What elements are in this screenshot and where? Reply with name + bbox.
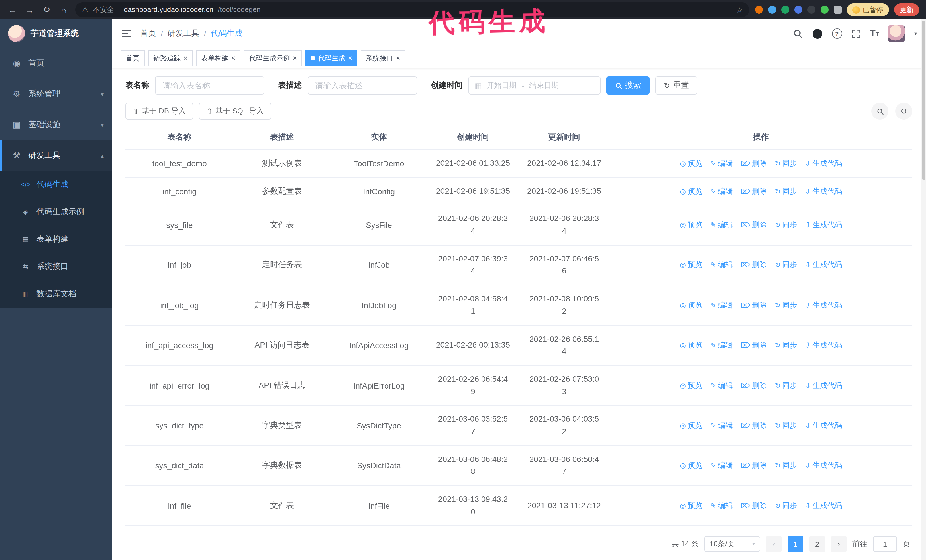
extension-icon[interactable] <box>768 6 776 14</box>
app-logo[interactable]: 芋道管理系统 <box>0 20 112 48</box>
tab-home[interactable]: 首页 <box>121 50 145 66</box>
preview-action[interactable]: ◎预览 <box>680 340 702 350</box>
sync-action[interactable]: ↻同步 <box>775 300 797 311</box>
forward-icon[interactable]: → <box>24 5 35 15</box>
breadcrumb-devtools[interactable]: 研发工具 <box>168 29 200 39</box>
fullscreen-icon[interactable] <box>851 29 861 38</box>
bookmark-star-icon[interactable]: ☆ <box>736 5 743 14</box>
puzzle-icon[interactable] <box>834 6 842 14</box>
browser-home-icon[interactable]: ⌂ <box>58 5 70 15</box>
sidebar-item-system[interactable]: ⚙ 系统管理 ▾ <box>0 78 112 109</box>
table-name-input[interactable] <box>155 76 265 95</box>
edit-action[interactable]: ✎编辑 <box>710 186 732 196</box>
generate-code-action[interactable]: ⇩生成代码 <box>805 340 842 350</box>
page-size-select[interactable]: 10条/页 ▾ <box>704 536 760 552</box>
sync-action[interactable]: ↻同步 <box>775 380 797 391</box>
sidebar-item-devtools[interactable]: ⚒ 研发工具 ▴ <box>0 140 112 171</box>
delete-action[interactable]: ⌦删除 <box>740 186 767 196</box>
preview-action[interactable]: ◎预览 <box>680 300 702 311</box>
generate-code-action[interactable]: ⇩生成代码 <box>805 220 842 230</box>
preview-action[interactable]: ◎预览 <box>680 158 702 169</box>
preview-action[interactable]: ◎预览 <box>680 260 702 270</box>
sidebar-item-system-api[interactable]: ⇆ 系统接口 <box>0 253 112 280</box>
page-goto-input[interactable] <box>873 536 897 552</box>
edit-action[interactable]: ✎编辑 <box>710 220 732 230</box>
address-bar[interactable]: ⚠ 不安全 dashboard.yudao.iocoder.cn/tool/co… <box>75 2 749 17</box>
sidebar-item-form-builder[interactable]: ▤ 表单构建 <box>0 226 112 253</box>
delete-action[interactable]: ⌦删除 <box>740 300 767 311</box>
generate-code-action[interactable]: ⇩生成代码 <box>805 158 842 169</box>
edit-action[interactable]: ✎编辑 <box>710 420 732 431</box>
sidebar-item-infra[interactable]: ▣ 基础设施 ▾ <box>0 109 112 140</box>
preview-action[interactable]: ◎预览 <box>680 420 702 431</box>
sync-action[interactable]: ↻同步 <box>775 260 797 270</box>
search-button[interactable]: 搜索 <box>606 76 650 95</box>
extension-icon[interactable] <box>781 6 789 14</box>
edit-action[interactable]: ✎编辑 <box>710 158 732 169</box>
help-icon[interactable]: ? <box>832 29 842 39</box>
tab-codegen-example[interactable]: 代码生成示例 × <box>244 50 302 66</box>
sidebar-item-codegen[interactable]: </> 代码生成 <box>0 171 112 198</box>
prev-page-button[interactable]: ‹ <box>766 536 782 552</box>
tab-system-api[interactable]: 系统接口 × <box>361 50 405 66</box>
sync-action[interactable]: ↻同步 <box>775 340 797 350</box>
breadcrumb-home[interactable]: 首页 <box>140 29 156 39</box>
back-icon[interactable]: ← <box>7 5 18 15</box>
generate-code-action[interactable]: ⇩生成代码 <box>805 260 842 270</box>
menu-fold-icon[interactable] <box>121 28 132 39</box>
sidebar-item-db-doc[interactable]: ▦ 数据库文档 <box>0 280 112 308</box>
edit-action[interactable]: ✎编辑 <box>710 500 732 511</box>
github-icon[interactable] <box>812 28 823 39</box>
date-range-picker[interactable]: ▦ 开始日期 - 结束日期 <box>468 76 601 95</box>
sidebar-item-codegen-example[interactable]: ◈ 代码生成示例 <box>0 198 112 226</box>
edit-action[interactable]: ✎编辑 <box>710 260 732 270</box>
scrollbar-thumb[interactable] <box>922 21 925 180</box>
edit-action[interactable]: ✎编辑 <box>710 460 732 471</box>
generate-code-action[interactable]: ⇩生成代码 <box>805 186 842 196</box>
refresh-table-button[interactable]: ↻ <box>895 103 912 120</box>
extension-icon[interactable] <box>755 6 763 14</box>
import-db-button[interactable]: ⇧ 基于 DB 导入 <box>126 103 193 120</box>
sidebar-item-home[interactable]: ◉ 首页 <box>0 48 112 78</box>
toggle-search-button[interactable] <box>871 103 888 120</box>
edit-action[interactable]: ✎编辑 <box>710 380 732 391</box>
delete-action[interactable]: ⌦删除 <box>740 340 767 350</box>
generate-code-action[interactable]: ⇩生成代码 <box>805 500 842 511</box>
preview-action[interactable]: ◎预览 <box>680 500 702 511</box>
close-icon[interactable]: × <box>293 55 297 62</box>
user-avatar[interactable] <box>888 25 905 42</box>
preview-action[interactable]: ◎预览 <box>680 460 702 471</box>
delete-action[interactable]: ⌦删除 <box>740 158 767 169</box>
reload-icon[interactable]: ↻ <box>41 5 53 15</box>
preview-action[interactable]: ◎预览 <box>680 220 702 230</box>
sync-action[interactable]: ↻同步 <box>775 500 797 511</box>
close-icon[interactable]: × <box>396 55 400 62</box>
generate-code-action[interactable]: ⇩生成代码 <box>805 300 842 311</box>
search-icon[interactable] <box>792 29 803 39</box>
extension-icon[interactable] <box>808 6 816 14</box>
extension-icon[interactable] <box>794 6 802 14</box>
close-icon[interactable]: × <box>348 55 352 62</box>
tab-trace[interactable]: 链路追踪 × <box>148 50 193 66</box>
tab-codegen[interactable]: 代码生成 × <box>306 50 357 66</box>
font-size-icon[interactable]: TT <box>870 29 879 38</box>
delete-action[interactable]: ⌦删除 <box>740 260 767 270</box>
page-button-2[interactable]: 2 <box>809 536 825 552</box>
sync-action[interactable]: ↻同步 <box>775 220 797 230</box>
delete-action[interactable]: ⌦删除 <box>740 500 767 511</box>
reset-button[interactable]: ↻ 重置 <box>655 76 698 95</box>
delete-action[interactable]: ⌦删除 <box>740 420 767 431</box>
close-icon[interactable]: × <box>232 55 235 62</box>
update-button[interactable]: 更新 <box>894 3 919 16</box>
extension-icon[interactable] <box>820 6 829 14</box>
generate-code-action[interactable]: ⇩生成代码 <box>805 380 842 391</box>
sync-action[interactable]: ↻同步 <box>775 460 797 471</box>
sync-action[interactable]: ↻同步 <box>775 158 797 169</box>
scrollbar[interactable] <box>921 20 926 560</box>
avatar-caret-icon[interactable]: ▾ <box>914 31 917 36</box>
sync-action[interactable]: ↻同步 <box>775 420 797 431</box>
delete-action[interactable]: ⌦删除 <box>740 460 767 471</box>
sync-action[interactable]: ↻同步 <box>775 186 797 196</box>
import-sql-button[interactable]: ⇧ 基于 SQL 导入 <box>199 103 271 120</box>
edit-action[interactable]: ✎编辑 <box>710 300 732 311</box>
